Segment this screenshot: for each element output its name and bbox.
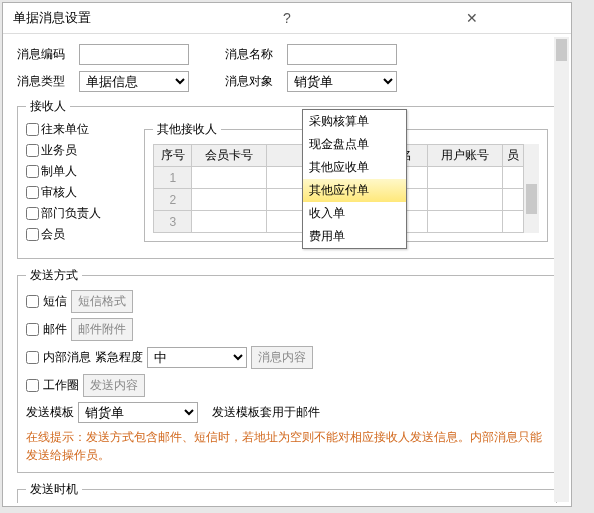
dialog: 单据消息设置 ? ✕ 消息编码 消息名称 消息类型 单据信息 消息对象 销货单 … [2, 2, 572, 507]
scrollbar-thumb[interactable] [556, 39, 567, 61]
chk-recipient-5[interactable]: 会员 [26, 226, 136, 243]
dialog-title: 单据消息设置 [13, 9, 192, 27]
label-msg-target: 消息对象 [225, 73, 281, 90]
fieldset-recipients: 接收人 往来单位 业务员 制单人 审核人 部门负责人 会员 其他接收人 [17, 98, 557, 259]
chk-recipient-1[interactable]: 业务员 [26, 142, 136, 159]
btn-mail-attach[interactable]: 邮件附件 [71, 318, 133, 341]
select-template[interactable]: 销货单 [78, 402, 198, 423]
chk-recipient-2[interactable]: 制单人 [26, 163, 136, 180]
label-msg-name: 消息名称 [225, 46, 281, 63]
chk-internal[interactable] [26, 351, 39, 364]
dropdown-option-highlighted[interactable]: 其他应付单 [303, 179, 406, 202]
dialog-body: 消息编码 消息名称 消息类型 单据信息 消息对象 销货单 接收人 往来单位 业务… [3, 34, 571, 503]
input-msg-code[interactable] [79, 44, 189, 65]
chk-recipient-3[interactable]: 审核人 [26, 184, 136, 201]
close-icon[interactable]: ✕ [382, 10, 561, 26]
dropdown-option[interactable]: 现金盘点单 [303, 133, 406, 156]
select-urgency[interactable]: 中 [147, 347, 247, 368]
fieldset-send-timing: 发送时机 保存 审核 弃审 删除 取消中止 中止 [17, 481, 557, 503]
fieldset-send-method: 发送方式 短信 短信格式 邮件 邮件附件 内部消息 紧急程度 中 消息内容 工作… [17, 267, 557, 473]
warning-text: 在线提示：发送方式包含邮件、短信时，若地址为空则不能对相应接收人发送信息。内部消… [26, 428, 548, 464]
legend-recipients: 接收人 [26, 98, 70, 115]
dialog-scrollbar-v[interactable] [554, 37, 569, 502]
btn-msg-content[interactable]: 消息内容 [251, 346, 313, 369]
help-icon[interactable]: ? [198, 10, 377, 26]
btn-sms-format[interactable]: 短信格式 [71, 290, 133, 313]
legend-send-timing: 发送时机 [26, 481, 82, 498]
recipient-checklist: 往来单位 业务员 制单人 审核人 部门负责人 会员 [26, 121, 136, 250]
label-msg-type: 消息类型 [17, 73, 73, 90]
legend-other-recipients: 其他接收人 [153, 121, 221, 138]
btn-workring-content[interactable]: 发送内容 [83, 374, 145, 397]
chk-recipient-4[interactable]: 部门负责人 [26, 205, 136, 222]
chk-workring[interactable] [26, 379, 39, 392]
table-scrollbar-v[interactable] [524, 144, 539, 233]
label-msg-code: 消息编码 [17, 46, 73, 63]
dropdown-msg-target[interactable]: 采购核算单 现金盘点单 其他应收单 其他应付单 收入单 费用单 [302, 109, 407, 249]
dropdown-option[interactable]: 收入单 [303, 202, 406, 225]
dropdown-option[interactable]: 费用单 [303, 225, 406, 248]
dropdown-option[interactable]: 其他应收单 [303, 156, 406, 179]
chk-sms[interactable] [26, 295, 39, 308]
titlebar: 单据消息设置 ? ✕ [3, 3, 571, 34]
input-msg-name[interactable] [287, 44, 397, 65]
dropdown-option[interactable]: 采购核算单 [303, 110, 406, 133]
chk-mail[interactable] [26, 323, 39, 336]
select-msg-type[interactable]: 单据信息 [79, 71, 189, 92]
chk-recipient-0[interactable]: 往来单位 [26, 121, 136, 138]
select-msg-target[interactable]: 销货单 [287, 71, 397, 92]
legend-send-method: 发送方式 [26, 267, 82, 284]
